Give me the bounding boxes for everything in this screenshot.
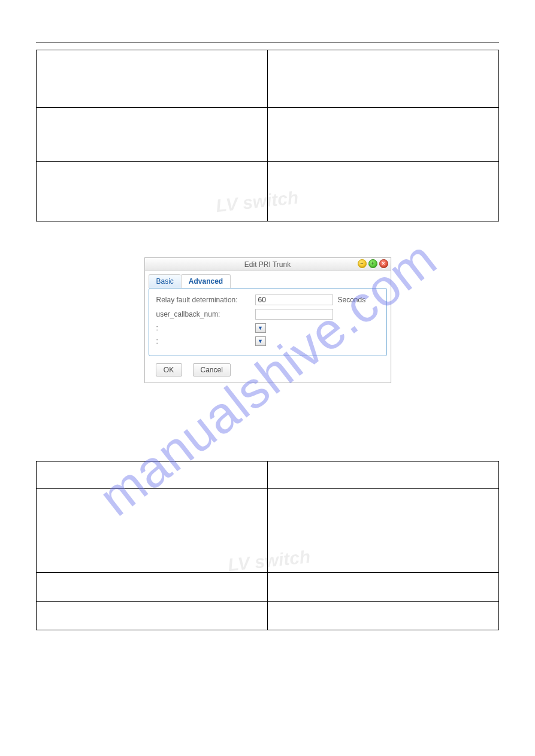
param1-cell-6 — [268, 162, 499, 221]
param2-cell-7 — [37, 602, 268, 630]
tab-basic[interactable]: Basic — [149, 274, 181, 288]
user-callback-input[interactable] — [255, 309, 333, 320]
relay-fault-label: Relay fault determination: — [156, 296, 255, 304]
chevron-down-icon: ▼ — [258, 339, 263, 344]
close-icon[interactable]: × — [379, 259, 388, 268]
separator-line — [36, 42, 499, 42]
param1-cell-2 — [268, 50, 499, 108]
parameter-table-1 — [36, 50, 499, 221]
param1-cell-1 — [37, 50, 268, 108]
dialog-buttons: OK Cancel — [145, 361, 391, 382]
param2-cell-5 — [37, 573, 268, 602]
row-select-1: : ▼ — [156, 323, 379, 333]
relay-fault-input[interactable] — [255, 294, 333, 305]
param2-cell-6 — [268, 573, 499, 602]
row-relay-fault: Relay fault determination: Seconds — [156, 294, 379, 305]
param1-cell-5 — [37, 162, 268, 221]
cancel-button[interactable]: Cancel — [193, 363, 231, 377]
page-content: Edit PRI Trunk − + × Basic Advanced Rela… — [0, 0, 535, 672]
user-callback-label: user_callback_num: — [156, 310, 255, 318]
relay-fault-unit: Seconds — [338, 296, 366, 304]
param1-cell-4 — [268, 108, 499, 162]
row-select-2: : ▼ — [156, 336, 379, 346]
select1-label: : — [156, 324, 255, 332]
chevron-down-icon: ▼ — [258, 326, 263, 331]
select2-label: : — [156, 337, 255, 345]
param2-cell-8 — [268, 602, 499, 630]
parameter-table-2 — [36, 461, 499, 630]
select1-dropdown[interactable]: ▼ — [255, 323, 266, 333]
minimize-icon[interactable]: − — [358, 259, 367, 268]
param2-cell-2 — [268, 462, 499, 489]
edit-pri-trunk-dialog: Edit PRI Trunk − + × Basic Advanced Rela… — [144, 257, 391, 383]
param2-cell-4 — [268, 489, 499, 573]
row-user-callback: user_callback_num: — [156, 309, 379, 320]
param1-cell-3 — [37, 108, 268, 162]
ok-button[interactable]: OK — [156, 363, 182, 377]
tab-advanced[interactable]: Advanced — [181, 274, 231, 288]
window-controls: − + × — [358, 259, 388, 268]
maximize-icon[interactable]: + — [368, 259, 377, 268]
param2-cell-1 — [37, 462, 268, 489]
dialog-titlebar: Edit PRI Trunk − + × — [145, 258, 391, 271]
dialog-title: Edit PRI Trunk — [145, 258, 391, 271]
select2-dropdown[interactable]: ▼ — [255, 336, 266, 346]
advanced-panel: Relay fault determination: Seconds user_… — [149, 288, 387, 356]
dialog-tabbar: Basic Advanced — [145, 271, 391, 288]
param2-cell-3 — [37, 489, 268, 573]
